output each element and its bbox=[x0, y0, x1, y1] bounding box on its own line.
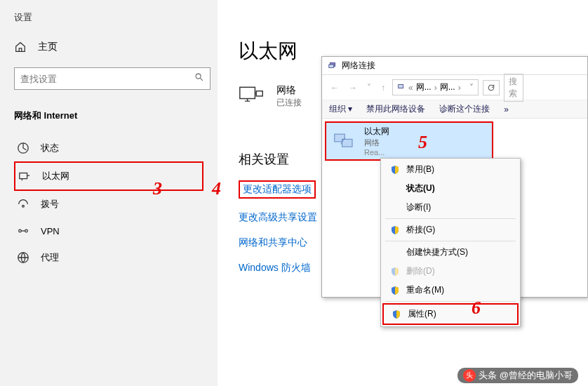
annotation-3: 3 bbox=[153, 178, 162, 199]
settings-sidebar: 设置 主页 网络和 Internet 状态 以太网 拨号 VPN 代理 bbox=[0, 0, 218, 386]
network-name: 网络 bbox=[276, 84, 302, 97]
home-link[interactable]: 主页 bbox=[14, 41, 203, 53]
ctx-diagnose[interactable]: 诊断(I) bbox=[382, 198, 519, 217]
window-title: 网络连接 bbox=[342, 60, 375, 72]
separator bbox=[385, 301, 516, 302]
nav-label: 拨号 bbox=[41, 198, 59, 211]
ethernet-icon bbox=[18, 170, 31, 182]
chevron-down-icon[interactable]: ˅ bbox=[469, 83, 474, 93]
svg-rect-7 bbox=[240, 87, 255, 98]
diagnose-button[interactable]: 诊断这个连接 bbox=[439, 103, 490, 115]
status-icon bbox=[17, 142, 29, 154]
watermark: 头 头条 @曾经的电脑小哥 bbox=[457, 368, 578, 383]
folder-icon bbox=[328, 60, 338, 72]
proxy-icon bbox=[17, 251, 29, 264]
ctx-rename[interactable]: 重命名(M) bbox=[382, 281, 519, 300]
monitor-icon bbox=[239, 86, 264, 108]
search-input[interactable] bbox=[14, 67, 211, 90]
up-button[interactable]: ↑ bbox=[378, 81, 388, 94]
adapter-name: 以太网 bbox=[364, 126, 389, 138]
watermark-text: 头条 @曾经的电脑小哥 bbox=[479, 369, 573, 382]
adapter-network: 网络 bbox=[364, 138, 389, 148]
nav-label: 以太网 bbox=[42, 170, 69, 182]
nav-label: 状态 bbox=[41, 142, 59, 154]
search-field[interactable] bbox=[20, 74, 194, 84]
settings-title: 设置 bbox=[14, 11, 203, 24]
link-adapter-options[interactable]: 更改适配器选项 bbox=[239, 180, 316, 199]
more-button[interactable]: » bbox=[504, 105, 509, 114]
adapter-icon bbox=[333, 131, 359, 152]
forward-button[interactable]: → bbox=[346, 81, 360, 94]
ctx-delete: 删除(D) bbox=[382, 262, 519, 281]
dialup-icon bbox=[17, 198, 29, 211]
sidebar-item-ethernet[interactable]: 以太网 bbox=[14, 161, 203, 191]
adapter-device: Rea... bbox=[364, 148, 389, 157]
ethernet-adapter-item[interactable]: 以太网 网络 Rea... bbox=[325, 121, 493, 161]
recent-dropdown[interactable]: ˅ bbox=[364, 81, 374, 94]
svg-rect-8 bbox=[256, 91, 262, 95]
ctx-shortcut[interactable]: 创建快捷方式(S) bbox=[382, 243, 519, 262]
back-button[interactable]: ← bbox=[328, 81, 342, 94]
explorer-search[interactable]: 搜索 bbox=[504, 74, 523, 102]
ctx-disable[interactable]: 禁用(B) bbox=[382, 160, 519, 179]
vpn-icon bbox=[17, 225, 29, 237]
watermark-icon: 头 bbox=[463, 369, 476, 382]
separator bbox=[385, 218, 516, 219]
ctx-bridge[interactable]: 桥接(G) bbox=[382, 220, 519, 239]
sidebar-item-proxy[interactable]: 代理 bbox=[14, 244, 203, 271]
svg-point-5 bbox=[25, 229, 28, 232]
crumb-2[interactable]: 网... bbox=[440, 81, 455, 93]
category-title: 网络和 Internet bbox=[14, 109, 203, 122]
svg-rect-11 bbox=[399, 84, 403, 88]
sidebar-item-status[interactable]: 状态 bbox=[14, 135, 203, 161]
sidebar-item-vpn[interactable]: VPN bbox=[14, 218, 203, 244]
nav-label: 代理 bbox=[41, 251, 59, 264]
folder-icon bbox=[397, 82, 406, 93]
disable-device-button[interactable]: 禁用此网络设备 bbox=[366, 103, 425, 115]
svg-rect-2 bbox=[20, 173, 27, 179]
home-icon bbox=[14, 41, 27, 53]
network-status: 已连接 bbox=[276, 97, 302, 109]
organize-menu[interactable]: 组织 ▾ bbox=[329, 103, 352, 115]
explorer-navbar: ← → ˅ ↑ « 网... › 网... › ˅ 搜索 bbox=[322, 75, 587, 100]
window-titlebar[interactable]: 网络连接 bbox=[322, 57, 587, 75]
annotation-4: 4 bbox=[212, 178, 221, 199]
explorer-toolbar: 组织 ▾ 禁用此网络设备 诊断这个连接 » bbox=[322, 100, 587, 119]
svg-rect-13 bbox=[342, 139, 352, 147]
annotation-6: 6 bbox=[472, 298, 481, 319]
ctx-status[interactable]: 状态(U) bbox=[382, 179, 519, 198]
address-bar[interactable]: « 网... › 网... › ˅ bbox=[392, 79, 479, 95]
search-icon bbox=[194, 72, 204, 85]
annotation-5: 5 bbox=[418, 132, 427, 153]
refresh-button[interactable] bbox=[483, 80, 500, 95]
svg-point-0 bbox=[196, 74, 201, 79]
context-menu: 禁用(B) 状态(U) 诊断(I) 桥接(G) 创建快捷方式(S) 删除(D) … bbox=[380, 158, 521, 327]
svg-point-4 bbox=[19, 229, 22, 232]
sidebar-item-dialup[interactable]: 拨号 bbox=[14, 191, 203, 218]
svg-rect-10 bbox=[329, 65, 334, 67]
crumb-1[interactable]: 网... bbox=[416, 81, 432, 93]
ctx-properties[interactable]: 属性(R) bbox=[382, 303, 519, 325]
home-label: 主页 bbox=[38, 41, 58, 53]
nav-label: VPN bbox=[41, 226, 60, 237]
svg-point-3 bbox=[22, 205, 25, 207]
separator bbox=[385, 241, 516, 241]
